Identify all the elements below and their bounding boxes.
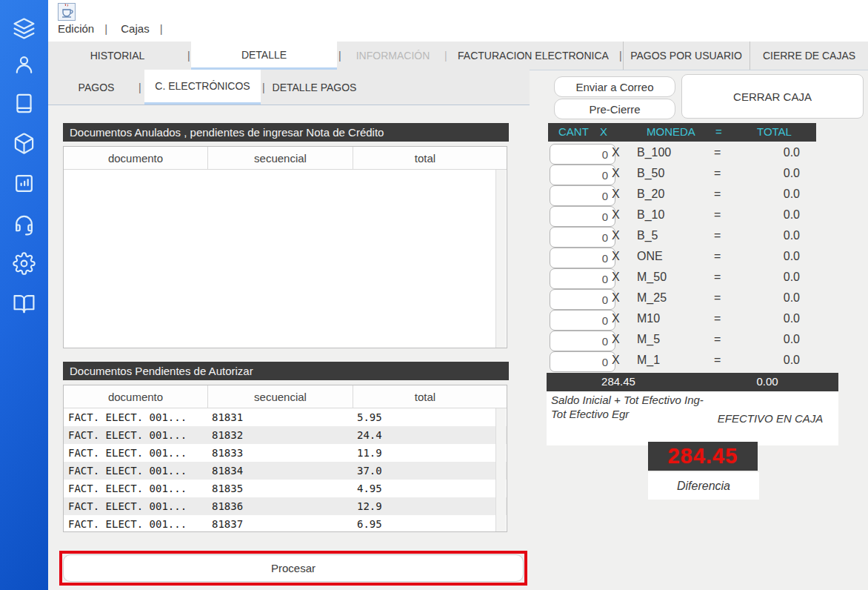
gear-icon[interactable] (13, 252, 36, 275)
header-total: TOTAL (757, 125, 792, 138)
cash-totals-bar: 284.45 0.00 (547, 373, 838, 391)
header-cant: CANT (558, 125, 589, 138)
tab-separator: | (138, 70, 141, 105)
tab-separator: | (262, 70, 265, 105)
tab-separator: | (619, 42, 622, 70)
menu-item-cajas[interactable]: Cajas (121, 22, 149, 35)
cash-row-one: XONE=0.0 (548, 248, 822, 268)
cash-row-m10: XM10=0.0 (548, 310, 822, 331)
qty-input-b10[interactable] (550, 206, 615, 227)
menu-separator: | (160, 22, 163, 35)
header-x: X (600, 125, 607, 138)
secondary-tab-bar: PAGOS | C. ELECTRÓNICOS | DETALLE PAGOS (48, 70, 530, 105)
diferencia-value-box: 284.45 (648, 442, 758, 471)
qty-input-m5[interactable] (550, 331, 615, 351)
tab-pagos[interactable]: PAGOS (56, 70, 137, 105)
row-total: 0.0 (733, 271, 800, 284)
cash-count-header: CANT X MONEDA = TOTAL (548, 123, 816, 142)
table-row[interactable]: FACT. ELECT. 001...8183612.9 (64, 497, 507, 515)
tab-separator: | (338, 42, 341, 70)
table-row[interactable]: FACT. ELECT. 001...818354.95 (64, 480, 507, 497)
table-row[interactable]: FACT. ELECT. 001...8183437.0 (64, 462, 507, 480)
pendientes-section-title: Documentos Pendientes de Autorizar (63, 362, 509, 380)
app-window: Edición| Cajas| HISTORIAL | DETALLE | IN… (0, 0, 868, 590)
row-total: 0.0 (733, 146, 800, 159)
table-row[interactable]: FACT. ELECT. 001...8183311.9 (64, 444, 507, 462)
table-row[interactable]: FACT. ELECT. 001...818315.95 (64, 408, 507, 426)
tab-detalle[interactable]: DETALLE (191, 42, 337, 70)
currency-label: B_100 (637, 146, 671, 159)
enviar-correo-button[interactable]: Enviar a Correo (554, 76, 675, 97)
book-open-icon[interactable] (13, 292, 36, 315)
menu-separator: | (104, 22, 107, 35)
tab-separator: | (444, 42, 447, 70)
row-total: 0.0 (733, 291, 800, 305)
cash-row-b10: XB_10=0.0 (548, 206, 822, 227)
package-icon[interactable] (13, 132, 36, 155)
tab-cierre-de-cajas[interactable]: CIERRE DE CAJAS (750, 42, 868, 70)
tab-historial[interactable]: HISTORIAL (48, 42, 187, 70)
column-header-total: total (353, 385, 497, 408)
vertical-scrollbar[interactable] (495, 170, 506, 348)
currency-label: M_5 (637, 333, 660, 346)
table-row[interactable]: FACT. ELECT. 001...8183224.4 (64, 426, 507, 444)
tab-detalle-pagos[interactable]: DETALLE PAGOS (268, 70, 361, 105)
qty-input-m50[interactable] (550, 268, 615, 289)
currency-label: M_25 (637, 291, 667, 305)
tab-c-electronicos[interactable]: C. ELECTRÓNICOS (144, 70, 261, 105)
java-window-icon (58, 3, 76, 21)
tab-facturacion-electronica[interactable]: FACTURACION ELECTRONICA (448, 42, 618, 70)
headset-icon[interactable] (13, 213, 36, 236)
notebook-icon[interactable] (13, 92, 36, 115)
saldo-formula-label: Saldo Inicial + Tot Efectivo Ing- Tot Ef… (551, 394, 707, 422)
header-eq: = (715, 125, 722, 138)
qty-input-m1[interactable] (550, 351, 615, 372)
efectivo-en-caja-value: 0.00 (730, 375, 804, 388)
currency-label: B_50 (637, 167, 664, 180)
procesar-button[interactable]: Procesar (63, 554, 524, 582)
qty-input-one[interactable] (550, 248, 615, 268)
qty-input-b20[interactable] (550, 185, 615, 206)
tab-separator: | (187, 42, 190, 70)
column-header-secuencial: secuencial (207, 385, 353, 408)
anulados-table: documento secuencial total (63, 146, 507, 348)
cerrar-caja-button[interactable]: CERRAR CAJA (681, 74, 864, 119)
pendientes-table: documento secuencial total FACT. ELECT. … (63, 385, 507, 532)
row-total: 0.0 (733, 354, 800, 367)
diferencia-label: Diferencia (648, 472, 759, 500)
cash-row-b100: XB_100=0.0 (548, 144, 822, 165)
user-icon[interactable] (13, 53, 36, 76)
qty-input-m10[interactable] (550, 310, 615, 331)
tab-pagos-por-usuario[interactable]: PAGOS POR USUARIO (623, 42, 749, 70)
pre-cierre-button[interactable]: Pre-Cierre (554, 99, 675, 119)
vertical-scrollbar[interactable] (495, 408, 506, 531)
efectivo-en-caja-label: EFECTIVO EN CAJA (704, 391, 837, 445)
qty-input-m25[interactable] (550, 289, 615, 310)
layers-icon[interactable] (13, 17, 36, 40)
header-moneda: MONEDA (647, 125, 695, 138)
cash-row-m50: XM_50=0.0 (548, 268, 822, 289)
report-icon[interactable] (13, 172, 36, 195)
qty-input-b100[interactable] (550, 144, 615, 165)
currency-label: M10 (637, 312, 660, 325)
anulados-section-title: Documentos Anulados , pendientes de ingr… (63, 123, 509, 142)
pendientes-table-header: documento secuencial total (64, 385, 507, 408)
anulados-table-header: documento secuencial total (64, 147, 507, 170)
menubar: Edición| Cajas| (58, 22, 173, 35)
menu-item-edicion[interactable]: Edición (58, 22, 94, 35)
cash-row-m5: XM_5=0.0 (548, 331, 822, 351)
row-total: 0.0 (733, 188, 800, 201)
tab-informacion: INFORMACIÓN (343, 42, 443, 70)
cash-row-b20: XB_20=0.0 (548, 185, 822, 206)
summary-info-box: Saldo Inicial + Tot Efectivo Ing- Tot Ef… (547, 391, 838, 445)
row-total: 0.0 (733, 312, 800, 325)
qty-input-b5[interactable] (550, 227, 615, 248)
qty-input-b50[interactable] (550, 165, 615, 185)
currency-label: M_1 (637, 354, 660, 367)
table-row[interactable]: FACT. ELECT. 001...818376.95 (64, 515, 507, 533)
currency-label: M_50 (637, 271, 667, 284)
primary-tab-bar: HISTORIAL | DETALLE | INFORMACIÓN | FACT… (48, 42, 868, 70)
diferencia-value: 284.45 (668, 444, 738, 468)
titlebar (48, 0, 868, 42)
row-total: 0.0 (733, 208, 800, 222)
